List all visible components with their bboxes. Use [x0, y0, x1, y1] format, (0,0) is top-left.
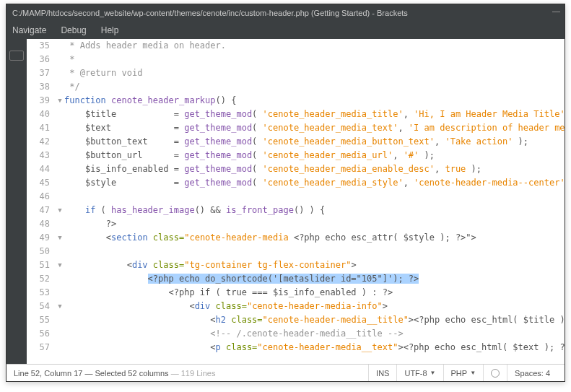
- code-text: "tg-container tg-flex-container": [184, 260, 351, 270]
- code-text: <?php echo esc_html( $text ); ?>: [404, 342, 565, 352]
- code-text: 'cenote_header_media_style': [263, 178, 404, 188]
- menu-debug[interactable]: Debug: [61, 25, 86, 35]
- selected-text: <?php echo do_shortcode('[metaslider id=…: [148, 274, 419, 284]
- code-text: p: [216, 342, 221, 352]
- code-text: get_theme_mod: [184, 136, 252, 147]
- code-text: 'Take action': [445, 136, 513, 147]
- window-controls: —: [552, 6, 560, 15]
- code-text: div: [132, 260, 148, 270]
- code-text: get_theme_mod: [184, 178, 252, 188]
- code-text: $title: [85, 109, 116, 119]
- sidebar-toggle-button[interactable]: [9, 51, 24, 61]
- code-text: * @return void: [64, 68, 142, 78]
- editor-window: C:/MAMP/htdocs/second_website/wp-content…: [6, 4, 565, 382]
- code-text: function: [64, 95, 106, 105]
- code-text: if: [85, 205, 95, 215]
- code-text: */: [64, 82, 80, 92]
- code-text: h2: [216, 315, 226, 325]
- code-text: $style: [85, 178, 116, 188]
- code-text: 'cenote_header_media_url': [263, 150, 393, 160]
- insert-mode[interactable]: INS: [368, 365, 396, 381]
- code-text: get_theme_mod: [184, 150, 252, 160]
- statusbar: Line 52, Column 17 — Selected 52 columns…: [6, 364, 565, 381]
- code-text: <!-- /.cenote-header-media__title -->: [210, 328, 403, 339]
- code-text: is_front_page: [226, 205, 294, 215]
- titlebar: C:/MAMP/htdocs/second_website/wp-content…: [6, 4, 565, 22]
- main-area: 35 * Adds header media on header. 36 * 3…: [6, 39, 565, 364]
- code-text: 'cenote-header-media--center': [414, 178, 565, 188]
- code-text: $text: [85, 123, 111, 133]
- code-text: section: [111, 232, 148, 243]
- code-text: $button_text: [85, 136, 148, 147]
- code-text: 'cenote_header_media_enable_desc': [263, 164, 435, 174]
- code-text: "cenote-header-media: [184, 232, 294, 243]
- code-text: *: [64, 54, 74, 64]
- code-text: <?php echo esc_html( $title ); ?>: [414, 315, 565, 325]
- live-preview-button[interactable]: [483, 365, 507, 381]
- code-text: cenote_header_markup: [111, 95, 216, 105]
- code-text: $is_info_enabled: [85, 164, 169, 174]
- code-text: get_theme_mod: [184, 109, 252, 119]
- code-text: <?php if ( true === $is_info_enabled ) :…: [169, 287, 393, 297]
- code-text: 'cenote_header_media_title': [263, 109, 404, 119]
- code-text: 'I am description of header media. You c…: [409, 123, 565, 133]
- code-text: 'Hi, I am Header Media Title': [414, 109, 565, 119]
- code-text: 'cenote_header_media_button_text': [263, 136, 435, 147]
- cursor-position[interactable]: Line 52, Column 17 — Selected 52 columns: [14, 369, 169, 378]
- code-text: "cenote-header-media-info": [247, 301, 383, 311]
- code-text: <?php echo esc_attr( $style ); ?>": [294, 232, 471, 243]
- menu-help[interactable]: Help: [101, 25, 119, 35]
- code-text: $button_url: [85, 150, 142, 160]
- code-text: get_theme_mod: [184, 123, 252, 133]
- minimize-button[interactable]: —: [552, 6, 560, 15]
- menubar: Navigate Debug Help: [6, 22, 565, 39]
- window-title: C:/MAMP/htdocs/second_website/wp-content…: [12, 9, 408, 17]
- code-text: div: [195, 301, 211, 311]
- code-text: * Adds header media on header.: [64, 40, 226, 51]
- menu-navigate[interactable]: Navigate: [12, 25, 46, 35]
- code-text: 'cenote_header_media_text': [263, 123, 398, 133]
- total-lines: — 119 Lines: [169, 369, 216, 378]
- language-selector[interactable]: PHP▼: [443, 365, 484, 381]
- image-caption: Adding MetaSlider plugin shortcode: [0, 382, 571, 392]
- code-text: get_theme_mod: [184, 164, 252, 174]
- code-editor[interactable]: 35 * Adds header media on header. 36 * 3…: [27, 39, 565, 364]
- code-text: "cenote-header-media__title": [263, 315, 409, 325]
- code-text: has_header_image: [111, 205, 195, 215]
- code-text: ?>: [106, 219, 116, 229]
- code-text: "cenote-header-media__text": [257, 342, 398, 352]
- sidebar-gutter: [6, 39, 27, 364]
- encoding-selector[interactable]: UTF-8▼: [396, 365, 443, 381]
- code-text: '#': [404, 150, 419, 160]
- indent-selector[interactable]: Spaces: 4: [507, 365, 557, 381]
- code-text: () {: [216, 95, 237, 105]
- code-text: true: [445, 164, 466, 174]
